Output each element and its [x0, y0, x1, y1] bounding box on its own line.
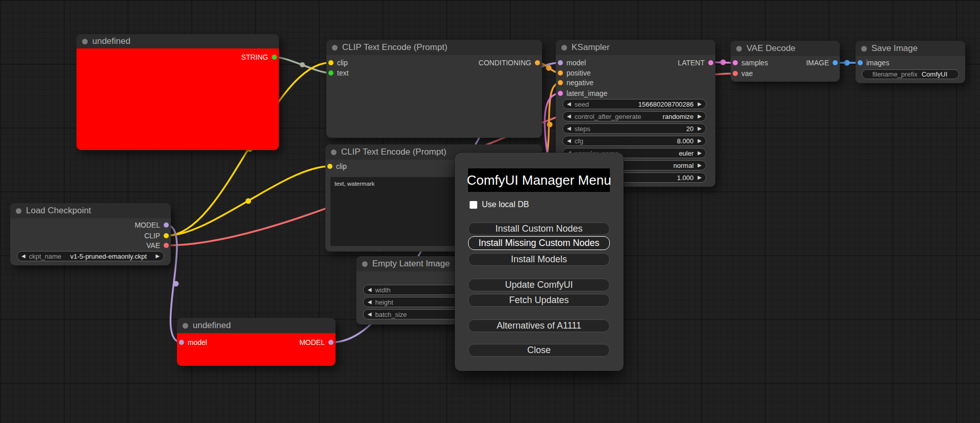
- vae-output-dot[interactable]: [164, 243, 169, 248]
- model-output-dot[interactable]: [328, 340, 333, 345]
- node-title-bar[interactable]: Save Image: [856, 41, 965, 56]
- input-slot-vae[interactable]: vae: [733, 68, 753, 79]
- stepper-left-icon[interactable]: ◀: [567, 114, 571, 119]
- clip-input-dot[interactable]: [327, 164, 332, 169]
- widget-label: batch_size: [375, 311, 407, 318]
- node-title: undefined: [92, 36, 131, 46]
- widget-value: ComfyUI: [921, 70, 947, 78]
- output-slot-conditioning[interactable]: CONDITIONING: [479, 58, 540, 68]
- stepper-right-icon[interactable]: ▶: [698, 163, 702, 168]
- node-title-bar[interactable]: CLIP Text Encode (Prompt): [326, 40, 542, 55]
- input-slot-model[interactable]: model: [179, 337, 207, 347]
- samples-input-dot[interactable]: [733, 60, 738, 65]
- output-slot-model[interactable]: MODEL: [135, 220, 169, 230]
- install-models-button[interactable]: Install Models: [468, 253, 610, 266]
- close-button[interactable]: Close: [468, 344, 610, 357]
- image-output-dot[interactable]: [833, 60, 838, 65]
- slot-label: VAE: [146, 241, 160, 250]
- link-midpoint-dot: [546, 65, 552, 71]
- stepper-left-icon[interactable]: ◀: [567, 102, 571, 107]
- output-slot-clip[interactable]: CLIP: [144, 231, 169, 241]
- slot-label: LATENT: [678, 59, 705, 67]
- stepper-right-icon[interactable]: ▶: [698, 138, 702, 143]
- node-status-dot: [332, 45, 338, 51]
- node-title-bar[interactable]: VAE Decode: [731, 41, 840, 56]
- input-slot-negative[interactable]: negative: [558, 78, 594, 88]
- input-slot-positive[interactable]: positive: [558, 68, 590, 78]
- slot-label: CLIP: [144, 232, 160, 240]
- latent-output-dot[interactable]: [708, 60, 713, 65]
- fetch-updates-button[interactable]: Fetch Updates: [468, 294, 610, 307]
- install-custom-nodes-button[interactable]: Install Custom Nodes: [468, 222, 610, 235]
- slot-label: vae: [741, 69, 753, 78]
- input-slot-text[interactable]: text: [328, 68, 349, 78]
- input-slot-latent-image[interactable]: latent_image: [558, 88, 607, 98]
- positive-input-dot[interactable]: [558, 70, 563, 76]
- node-save-image[interactable]: Save Image images filename_prefix ComfyU…: [856, 41, 965, 83]
- widget-filename-prefix[interactable]: filename_prefix ComfyUI: [862, 69, 959, 79]
- node-clip-text-encode-1[interactable]: CLIP Text Encode (Prompt) clip text COND…: [326, 40, 542, 138]
- images-input-dot[interactable]: [858, 60, 863, 65]
- input-slot-clip[interactable]: clip: [327, 161, 347, 171]
- vae-input-dot[interactable]: [733, 71, 738, 76]
- node-undefined-bottom[interactable]: undefined model MODEL: [177, 318, 336, 366]
- alternatives-of-a1111-button[interactable]: Alternatives of A1111: [468, 319, 610, 332]
- input-slot-clip[interactable]: clip: [328, 58, 348, 68]
- node-title: Load Checkpoint: [26, 206, 91, 216]
- node-vae-decode[interactable]: VAE Decode samples vae IMAGE: [731, 41, 840, 82]
- use-local-db-checkbox[interactable]: [470, 201, 477, 209]
- stepper-left-icon[interactable]: ◀: [567, 126, 571, 131]
- clip-output-dot[interactable]: [164, 233, 169, 238]
- widget-value: 8.000: [677, 137, 694, 145]
- widget-ckpt-name[interactable]: ◀ ckpt_name v1-5-pruned-emaonly.ckpt ▶: [17, 251, 164, 261]
- update-comfyui-button[interactable]: Update ComfyUI: [468, 279, 610, 291]
- node-title-bar[interactable]: undefined: [76, 34, 279, 48]
- output-slot-string[interactable]: STRING: [241, 52, 277, 62]
- stepper-right-icon[interactable]: ▶: [698, 175, 702, 180]
- stepper-left-icon[interactable]: ◀: [21, 254, 25, 259]
- conditioning-output-dot[interactable]: [535, 60, 540, 65]
- node-undefined-top[interactable]: undefined STRING: [76, 34, 279, 150]
- slot-label: IMAGE: [806, 59, 829, 67]
- stepper-right-icon[interactable]: ▶: [698, 102, 702, 107]
- string-output-dot[interactable]: [272, 55, 277, 60]
- input-slot-samples[interactable]: samples: [733, 58, 768, 68]
- install-missing-custom-nodes-button[interactable]: Install Missing Custom Nodes: [468, 236, 610, 250]
- comfyui-canvas[interactable]: undefined STRING CLIP Text Encode (Promp…: [0, 0, 980, 423]
- node-title-bar[interactable]: KSampler: [556, 40, 715, 55]
- stepper-left-icon[interactable]: ◀: [567, 138, 571, 143]
- slot-label: positive: [566, 69, 590, 77]
- stepper-right-icon[interactable]: ▶: [698, 151, 702, 156]
- output-slot-model[interactable]: MODEL: [299, 337, 333, 347]
- stepper-right-icon[interactable]: ▶: [156, 254, 160, 259]
- output-slot-vae[interactable]: VAE: [146, 240, 169, 251]
- input-slot-images[interactable]: images: [858, 58, 889, 68]
- link-midpoint-dot: [300, 62, 305, 67]
- output-slot-image[interactable]: IMAGE: [806, 58, 838, 68]
- negative-input-dot[interactable]: [558, 80, 563, 85]
- widget-cfg[interactable]: ◀ cfg 8.000 ▶: [562, 136, 706, 146]
- latent-image-input-dot[interactable]: [558, 91, 563, 96]
- clip-input-dot[interactable]: [328, 60, 333, 65]
- stepper-right-icon[interactable]: ▶: [698, 126, 702, 131]
- stepper-left-icon[interactable]: ◀: [368, 312, 372, 317]
- widget-control-after-generate[interactable]: ◀ control_after_generate randomize ▶: [562, 111, 706, 121]
- dialog-title: ComfyUI Manager Menu: [468, 168, 610, 192]
- link-midpoint-dot: [173, 281, 179, 287]
- slot-label: text: [337, 69, 349, 77]
- stepper-left-icon[interactable]: ◀: [368, 300, 372, 305]
- widget-steps[interactable]: ◀ steps 20 ▶: [562, 123, 706, 134]
- node-title: CLIP Text Encode (Prompt): [342, 42, 447, 53]
- model-output-dot[interactable]: [164, 222, 169, 228]
- node-title-bar[interactable]: Load Checkpoint: [10, 203, 171, 218]
- output-slot-latent[interactable]: LATENT: [678, 58, 713, 68]
- node-load-checkpoint[interactable]: Load Checkpoint MODEL CLIP VAE ◀ ckpt_na…: [10, 203, 171, 265]
- input-slot-model[interactable]: model: [558, 58, 586, 68]
- node-title-bar[interactable]: undefined: [177, 318, 336, 333]
- model-input-dot[interactable]: [179, 340, 184, 345]
- stepper-right-icon[interactable]: ▶: [698, 114, 702, 119]
- stepper-left-icon[interactable]: ◀: [368, 287, 372, 292]
- widget-seed[interactable]: ◀ seed 156680208700286 ▶: [562, 99, 706, 109]
- model-input-dot[interactable]: [558, 60, 563, 65]
- text-input-dot[interactable]: [328, 70, 333, 76]
